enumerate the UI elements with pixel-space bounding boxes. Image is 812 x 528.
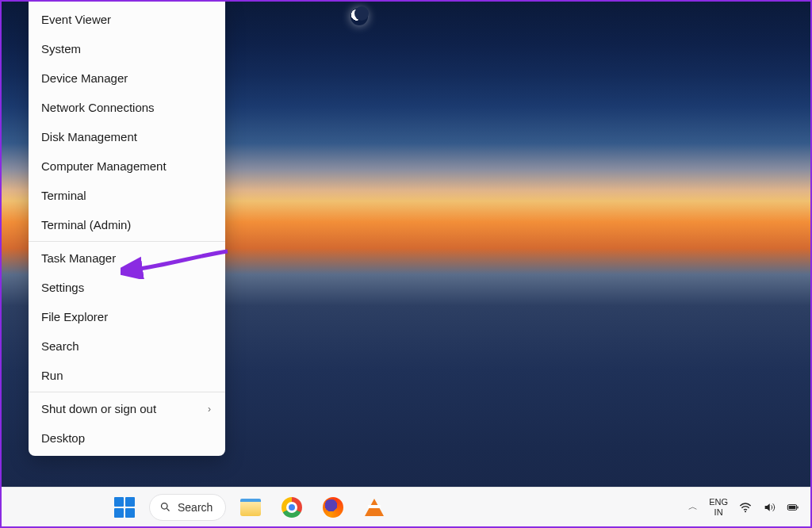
menu-item-event-viewer[interactable]: Event Viewer bbox=[29, 5, 225, 34]
taskbar-app-file-explorer[interactable] bbox=[234, 491, 267, 524]
battery-icon[interactable] bbox=[787, 501, 799, 514]
menu-item-label: Search bbox=[41, 339, 79, 353]
menu-item-settings[interactable]: Settings bbox=[29, 273, 225, 302]
taskbar: Search ︿ ENG IN bbox=[2, 487, 810, 526]
chevron-right-icon: › bbox=[208, 404, 211, 415]
search-label: Search bbox=[178, 501, 213, 514]
chrome-icon bbox=[282, 497, 302, 518]
file-explorer-icon bbox=[240, 499, 261, 516]
moon-icon bbox=[350, 8, 368, 25]
menu-item-label: Settings bbox=[41, 281, 84, 294]
menu-item-run[interactable]: Run bbox=[29, 361, 225, 390]
language-indicator[interactable]: ENG IN bbox=[709, 497, 728, 516]
menu-item-disk-management[interactable]: Disk Management bbox=[29, 122, 225, 151]
language-bottom: IN bbox=[714, 507, 723, 517]
menu-item-label: File Explorer bbox=[41, 310, 108, 323]
menu-item-label: System bbox=[41, 42, 81, 55]
menu-item-task-manager[interactable]: Task Manager bbox=[29, 243, 225, 273]
vlc-icon bbox=[365, 499, 384, 516]
menu-separator bbox=[29, 241, 225, 242]
language-top: ENG bbox=[709, 497, 728, 507]
menu-item-system[interactable]: System bbox=[29, 34, 225, 63]
menu-item-terminal-admin-[interactable]: Terminal (Admin) bbox=[29, 210, 225, 239]
firefox-icon bbox=[323, 497, 343, 518]
menu-item-label: Run bbox=[41, 369, 63, 382]
menu-item-label: Device Manager bbox=[41, 71, 128, 85]
menu-item-device-manager[interactable]: Device Manager bbox=[29, 63, 225, 93]
menu-item-label: Terminal bbox=[41, 189, 86, 202]
menu-item-terminal[interactable]: Terminal bbox=[29, 181, 225, 210]
taskbar-app-vlc[interactable] bbox=[358, 491, 391, 524]
wifi-icon[interactable] bbox=[739, 501, 752, 514]
menu-item-label: Computer Management bbox=[41, 159, 167, 173]
menu-item-network-connections[interactable]: Network Connections bbox=[29, 93, 225, 122]
menu-item-label: Desktop bbox=[41, 431, 85, 445]
start-button[interactable] bbox=[108, 491, 141, 524]
taskbar-app-chrome[interactable] bbox=[275, 491, 308, 524]
menu-item-label: Event Viewer bbox=[41, 13, 111, 26]
menu-separator bbox=[29, 392, 225, 392]
menu-item-file-explorer[interactable]: File Explorer bbox=[29, 302, 225, 331]
menu-item-label: Terminal (Admin) bbox=[41, 218, 131, 231]
menu-item-desktop[interactable]: Desktop bbox=[29, 423, 225, 453]
svg-line-1 bbox=[167, 508, 169, 511]
search-icon bbox=[159, 501, 171, 513]
taskbar-systray: ︿ ENG IN bbox=[688, 497, 799, 516]
menu-item-label: Task Manager bbox=[41, 251, 116, 265]
menu-item-computer-management[interactable]: Computer Management bbox=[29, 151, 225, 181]
svg-point-0 bbox=[162, 503, 168, 510]
volume-icon[interactable] bbox=[763, 501, 776, 514]
taskbar-left-group: Search bbox=[108, 491, 391, 524]
menu-item-label: Disk Management bbox=[41, 130, 137, 143]
taskbar-search[interactable]: Search bbox=[149, 494, 226, 521]
svg-rect-4 bbox=[789, 506, 796, 509]
windows-logo-icon bbox=[114, 497, 135, 518]
menu-item-label: Shut down or sign out bbox=[41, 402, 156, 415]
svg-point-2 bbox=[745, 511, 746, 512]
menu-item-search[interactable]: Search bbox=[29, 331, 225, 361]
menu-item-label: Network Connections bbox=[41, 101, 155, 114]
taskbar-app-firefox[interactable] bbox=[316, 491, 350, 524]
svg-rect-5 bbox=[797, 506, 798, 508]
winx-context-menu[interactable]: Event ViewerSystemDevice ManagerNetwork … bbox=[29, 2, 225, 456]
menu-item-shut-down-or-sign-out[interactable]: Shut down or sign out› bbox=[29, 394, 225, 423]
tray-overflow-icon[interactable]: ︿ bbox=[688, 500, 698, 514]
